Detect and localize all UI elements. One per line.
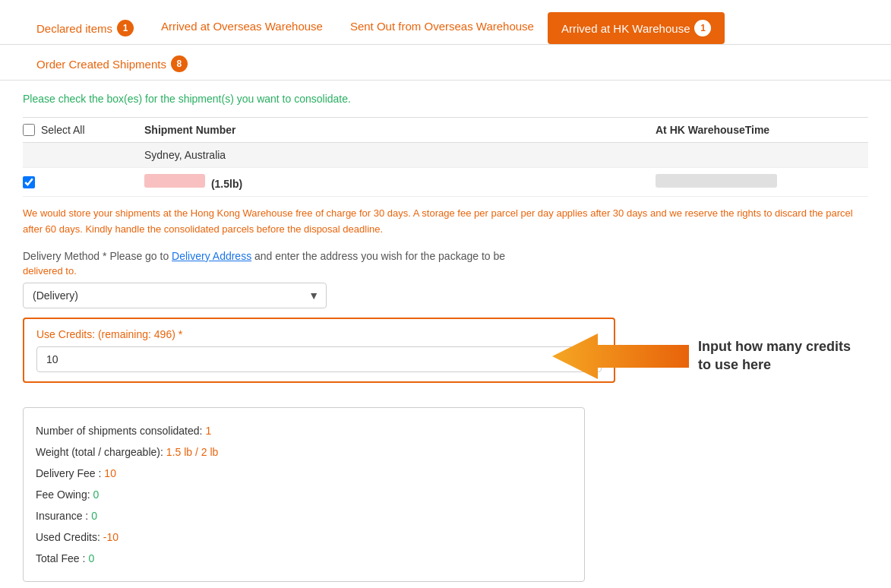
svg-marker-0: [552, 334, 689, 379]
summary-weight: Weight (total / chargeable): 1.5 lb / 2 …: [36, 441, 572, 463]
row-time: [656, 174, 868, 190]
table-row: (1.5lb): [23, 168, 868, 197]
nav-tabs-row1: Declared items 1 Arrived at Overseas War…: [0, 0, 891, 45]
credits-label: Use Credits: (remaining: 496) *: [36, 328, 602, 340]
tab-declared[interactable]: Declared items 1: [23, 12, 147, 44]
summary-fee-owing: Fee Owing: 0: [36, 484, 572, 505]
annotation-text: Input how many credits to use here: [698, 338, 851, 374]
summary-delivery-fee: Delivery Fee : 10: [36, 463, 572, 484]
shipment-weight: (1.5lb): [211, 178, 242, 190]
summary-insurance: Insurance : 0: [36, 505, 572, 526]
summary-box: Number of shipments consolidated: 1 Weig…: [23, 407, 585, 582]
summary-shipments: Number of shipments consolidated: 1: [36, 420, 572, 441]
delivery-label-text: Delivery Method: [23, 250, 100, 262]
main-content: Please check the box(es) for the shipmen…: [0, 81, 891, 588]
tab-order-shipments-badge: 8: [171, 55, 188, 72]
tab-hk-arrived-badge: 1: [694, 20, 711, 36]
tab-declared-label: Declared items: [36, 22, 112, 35]
select-all-label: Select All: [41, 124, 85, 136]
credits-input[interactable]: [36, 346, 602, 372]
delivery-method-section: Delivery Method * Please go to Delivery …: [23, 250, 868, 308]
row-shipment-id: (1.5lb): [144, 174, 656, 190]
delivery-select[interactable]: (Delivery): [23, 283, 327, 308]
row-checkbox[interactable]: [23, 176, 35, 188]
region-row: Sydney, Australia: [23, 143, 868, 168]
shipment-id-blurred: [144, 174, 205, 188]
credits-section: Use Credits: (remaining: 496) * Input ho…: [23, 318, 615, 395]
nav-tabs-row2: Order Created Shipments 8: [0, 48, 891, 81]
tab-overseas-sent-label: Sent Out from Overseas Warehouse: [350, 20, 534, 33]
hk-time-col: At HK WarehouseTime: [656, 124, 868, 136]
delivery-select-wrapper: (Delivery) ▼: [23, 283, 327, 308]
tab-hk-arrived-label: Arrived at HK Warehouse: [561, 22, 690, 35]
tab-overseas-arrived-label: Arrived at Overseas Warehouse: [161, 20, 323, 33]
select-all-checkbox[interactable]: [23, 124, 35, 136]
tab-overseas-sent[interactable]: Sent Out from Overseas Warehouse: [336, 12, 548, 40]
row-checkbox-col: [23, 176, 144, 188]
nav-tabs-container: Declared items 1 Arrived at Overseas War…: [0, 0, 891, 81]
delivery-method-label: Delivery Method * Please go to Delivery …: [23, 250, 868, 262]
consolidate-instruction: Please check the box(es) for the shipmen…: [23, 93, 868, 105]
delivery-note: delivered to.: [23, 265, 868, 277]
select-all-col: Select All: [23, 124, 144, 136]
tab-declared-badge: 1: [117, 20, 134, 36]
table-header: Select All Shipment Number At HK Warehou…: [23, 117, 868, 143]
summary-total-fee: Total Fee : 0: [36, 548, 572, 569]
arrow-annotation: Input how many credits to use here: [552, 334, 851, 379]
tab-hk-arrived[interactable]: Arrived at HK Warehouse 1: [548, 12, 725, 44]
credits-box: Use Credits: (remaining: 496) *: [23, 318, 615, 383]
tab-order-shipments[interactable]: Order Created Shipments 8: [23, 48, 201, 80]
tab-order-shipments-label: Order Created Shipments: [36, 58, 166, 71]
arrow-icon: [552, 334, 689, 379]
delivery-address-link[interactable]: Delivery Address: [172, 250, 251, 262]
summary-used-credits: Used Credits: -10: [36, 526, 572, 548]
delivery-hint: * Please go to Delivery Address and ente…: [103, 250, 505, 262]
time-blurred: [656, 174, 777, 188]
shipment-number-col: Shipment Number: [144, 124, 656, 136]
storage-notice: We would store your shipments at the Hon…: [23, 206, 868, 238]
tab-overseas-arrived[interactable]: Arrived at Overseas Warehouse: [147, 12, 336, 40]
